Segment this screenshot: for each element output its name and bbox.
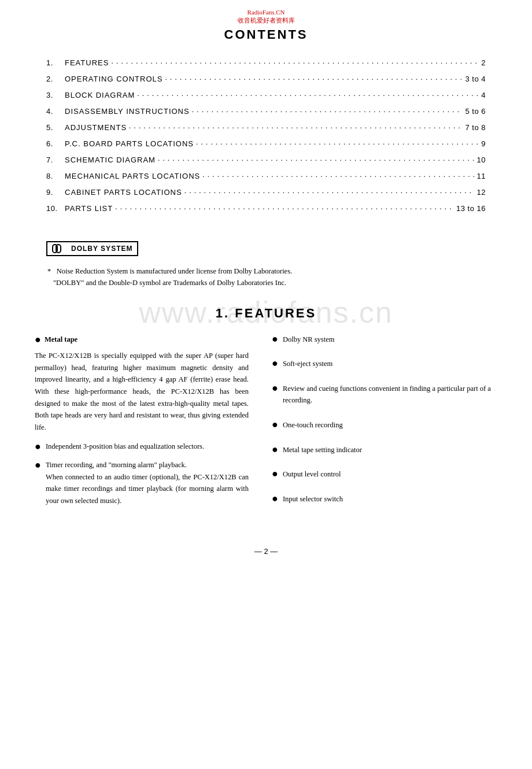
toc-item-6: 6. P.C. BOARD PARTS LOCATIONS 9 xyxy=(46,139,486,149)
right-bullet-icon-5: ● xyxy=(272,444,278,454)
bullet-icon-1: ● xyxy=(35,441,41,452)
features-section-number: 1. xyxy=(216,306,230,320)
toc-dots-8 xyxy=(202,170,474,179)
right-bullet-6: ● Output level control xyxy=(272,468,497,480)
site-info: RadioFans.CN 收音机爱好者资料库 xyxy=(0,8,532,25)
toc-dots-9 xyxy=(184,186,475,195)
toc-page-5: 7 to 8 xyxy=(465,123,486,132)
toc-item-2: 2. OPERATING CONTROLS 3 to 4 xyxy=(46,75,486,84)
toc-dots-10 xyxy=(115,202,454,212)
toc-number-8: 8. xyxy=(46,172,65,180)
toc-item-8: 8. MECHANICAL PARTS LOCATIONS 11 xyxy=(46,172,486,181)
site-line1: RadioFans.CN xyxy=(0,8,532,16)
dolby-section: DOLBY SYSTEM xyxy=(0,232,532,265)
toc-page-2: 3 to 4 xyxy=(465,75,486,83)
toc-item-9: 9. CABINET PARTS LOCATIONS 12 xyxy=(46,188,486,197)
features-bullet-1: ● Independent 3-position bias and equali… xyxy=(35,441,249,453)
right-bullet-text-3: Review and cueing functions convenient i… xyxy=(283,383,497,406)
right-bullet-text-7: Input selector switch xyxy=(283,493,343,505)
toc-item-4: 4. DISASSEMBLY INSTRUCTIONS 5 to 6 xyxy=(46,107,486,116)
dolby-note-star: * xyxy=(47,267,51,275)
toc-label-9: CABINET PARTS LOCATIONS xyxy=(65,188,182,197)
toc-number-6: 6. xyxy=(46,139,65,148)
toc-label-1: FEATURES xyxy=(65,58,109,67)
toc-page-4: 5 to 6 xyxy=(465,107,486,116)
toc-item-5: 5. ADJUSTMENTS 7 to 8 xyxy=(46,123,486,132)
features-right-column: ● Dolby NR system ● Soft-eject system ● … xyxy=(266,334,497,518)
toc-number-1: 1. xyxy=(46,58,65,67)
right-bullet-icon-6: ● xyxy=(272,468,278,479)
toc-number-10: 10. xyxy=(46,204,65,213)
dolby-note-line2: "DOLBY" and the Double-D symbol are Trad… xyxy=(59,277,486,289)
toc-dots-6 xyxy=(196,138,479,147)
toc-label-4: DISASSEMBLY INSTRUCTIONS xyxy=(65,107,190,116)
right-bullet-4: ● One-touch recording xyxy=(272,419,497,431)
toc-page-6: 9 xyxy=(481,139,486,148)
right-bullet-icon-4: ● xyxy=(272,419,278,430)
toc-dots-7 xyxy=(158,154,475,163)
right-bullet-text-1: Dolby NR system xyxy=(283,334,335,346)
toc-number-3: 3. xyxy=(46,91,65,99)
dolby-note-text: * Noise Reduction System is manufactured… xyxy=(53,265,486,277)
toc-page-9: 12 xyxy=(477,188,486,197)
dolby-double-d-icon xyxy=(52,244,68,253)
toc-number-2: 2. xyxy=(46,75,65,83)
toc-page-8: 11 xyxy=(477,172,486,180)
toc-item-3: 3. BLOCK DIAGRAM 4 xyxy=(46,91,486,100)
toc-dots-2 xyxy=(165,73,463,82)
toc-label-2: OPERATING CONTROLS xyxy=(65,75,162,83)
toc-number-4: 4. xyxy=(46,107,65,116)
right-bullet-7: ● Input selector switch xyxy=(272,493,497,505)
right-bullet-1: ● Dolby NR system xyxy=(272,334,497,346)
right-bullet-text-2: Soft-eject system xyxy=(283,358,332,370)
page: RadioFans.CN 收音机爱好者资料库 CONTENTS 1. FEATU… xyxy=(0,0,532,769)
right-bullet-text-4: One-touch recording xyxy=(283,419,343,431)
header: RadioFans.CN 收音机爱好者资料库 CONTENTS xyxy=(0,0,532,47)
toc-dots-4 xyxy=(192,105,463,114)
right-bullet-2: ● Soft-eject system xyxy=(272,358,497,370)
metal-tape-heading: ● Metal tape xyxy=(35,334,249,346)
toc-label-10: PARTS LIST xyxy=(65,204,113,213)
features-bullet-2-text: Timer recording, and "morning alarm" pla… xyxy=(46,459,249,507)
right-bullet-3: ● Review and cueing functions convenient… xyxy=(272,383,497,406)
toc-item-1: 1. FEATURES 2 xyxy=(46,58,486,68)
right-bullet-text-5: Metal tape setting indicator xyxy=(283,444,362,456)
dolby-logo: DOLBY SYSTEM xyxy=(46,241,138,256)
bullet-icon: ● xyxy=(35,334,41,345)
toc-number-7: 7. xyxy=(46,156,65,164)
page-number: — 2 — xyxy=(0,530,532,565)
toc-label-7: SCHEMATIC DIAGRAM xyxy=(65,156,156,164)
toc-label-6: P.C. BOARD PARTS LOCATIONS xyxy=(65,139,194,148)
toc-page-7: 10 xyxy=(477,156,486,164)
features-bullet-1-text: Independent 3-position bias and equaliza… xyxy=(46,441,204,453)
toc-dots-5 xyxy=(129,121,463,131)
features-bullet-2: ● Timer recording, and "morning alarm" p… xyxy=(35,459,249,507)
toc-item-7: 7. SCHEMATIC DIAGRAM 10 xyxy=(46,156,486,165)
dolby-note: * Noise Reduction System is manufactured… xyxy=(0,265,532,289)
bullet-icon-2: ● xyxy=(35,460,41,470)
table-of-contents: 1. FEATURES 2 2. OPERATING CONTROLS 3 to… xyxy=(0,47,532,232)
toc-page-10: 13 to 16 xyxy=(456,204,486,213)
site-line2: 收音机爱好者资料库 xyxy=(0,16,532,24)
dolby-note-line1: Noise Reduction System is manufactured u… xyxy=(57,267,293,275)
right-bullet-icon-7: ● xyxy=(272,493,278,504)
toc-dots-1 xyxy=(111,57,479,66)
features-title: 1. FEATURES xyxy=(0,306,532,321)
right-bullet-icon-1: ● xyxy=(272,334,278,344)
dolby-logo-text: DOLBY SYSTEM xyxy=(71,245,132,253)
toc-page-1: 2 xyxy=(481,58,486,67)
toc-label-3: BLOCK DIAGRAM xyxy=(65,91,135,99)
right-bullet-icon-2: ● xyxy=(272,358,278,368)
features-bullet-2-body: When connected to an audio timer (option… xyxy=(46,473,249,505)
toc-item-10: 10. PARTS LIST 13 to 16 xyxy=(46,204,486,213)
toc-number-5: 5. xyxy=(46,123,65,132)
toc-label-5: ADJUSTMENTS xyxy=(65,123,127,132)
toc-page-3: 4 xyxy=(481,91,486,99)
toc-number-9: 9. xyxy=(46,188,65,197)
features-bullet-2-heading: Timer recording, and "morning alarm" pla… xyxy=(46,461,187,469)
toc-label-8: MECHANICAL PARTS LOCATIONS xyxy=(65,172,200,180)
toc-dots-3 xyxy=(137,89,479,98)
page-title: CONTENTS xyxy=(0,27,532,42)
features-metal-tape-paragraph: The PC-X12/X12B is specially equipped wi… xyxy=(35,350,249,433)
right-bullet-text-6: Output level control xyxy=(283,468,341,480)
